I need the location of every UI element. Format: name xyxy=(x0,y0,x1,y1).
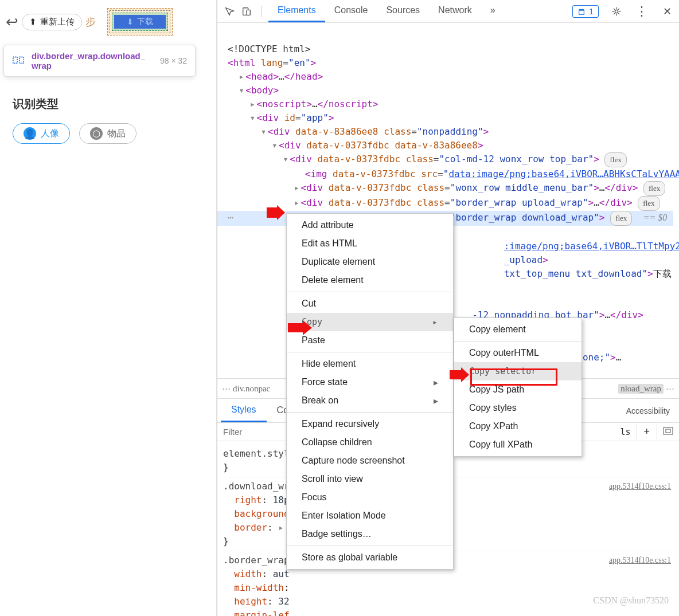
annotation-arrow-1 xyxy=(267,205,285,220)
context-submenu-copy: Copy element Copy outerHTML Copy selecto… xyxy=(454,317,582,457)
boxmodel-icon[interactable] xyxy=(657,425,679,439)
step-decor: 步 xyxy=(85,15,96,29)
menu-store-global[interactable]: Store as global variable xyxy=(287,548,453,567)
tab-elements[interactable]: Elements xyxy=(268,1,325,22)
chip-object[interactable]: ⬡ 物品 xyxy=(79,123,136,144)
tab-network[interactable]: Network xyxy=(429,1,481,22)
devtools-tabs: Elements Console Sources Network » xyxy=(268,1,505,22)
svg-rect-4 xyxy=(579,10,584,14)
reupload-label: 重新上传 xyxy=(40,17,75,28)
reupload-button[interactable]: ⬆ 重新上传 xyxy=(22,14,82,30)
subtab-accessibility[interactable]: Accessibility xyxy=(626,406,670,415)
download-label: 下载 xyxy=(137,17,153,27)
svg-rect-0 xyxy=(13,57,17,63)
annotation-highlight xyxy=(470,368,557,386)
person-icon: 👤 xyxy=(24,127,36,140)
section-title: 识别类型 xyxy=(13,96,136,112)
svg-marker-9 xyxy=(267,205,285,220)
svg-rect-1 xyxy=(19,57,24,63)
tab-sources[interactable]: Sources xyxy=(377,1,429,22)
menu-focus[interactable]: Focus xyxy=(287,488,453,507)
layers-label[interactable]: ls xyxy=(614,425,637,440)
source-link-2[interactable]: app.5314f10e.css:1 xyxy=(609,554,671,567)
issues-badge[interactable]: 1 xyxy=(572,5,599,18)
download-icon: ⬇ xyxy=(127,17,134,26)
crumb-selected[interactable]: nload_wrap xyxy=(618,384,664,394)
menu-isolation[interactable]: Enter Isolation Mode xyxy=(287,507,453,525)
menu-delete[interactable]: Delete element xyxy=(287,271,453,289)
svg-point-6 xyxy=(615,10,618,13)
menu-hide[interactable]: Hide element xyxy=(287,355,453,373)
watermark: CSDN @shun73520 xyxy=(593,595,669,606)
new-rule-button[interactable]: + xyxy=(637,423,658,440)
menu-expand[interactable]: Expand recursively xyxy=(287,415,453,433)
chip-person[interactable]: 👤 人像 xyxy=(13,123,70,144)
subtab-styles[interactable]: Styles xyxy=(221,399,267,422)
tab-console[interactable]: Console xyxy=(325,1,377,22)
recognition-type-section: 识别类型 👤 人像 ⬡ 物品 xyxy=(13,96,136,144)
menu-copy-outer[interactable]: Copy outerHTML xyxy=(454,344,582,362)
inspect-icon[interactable] xyxy=(222,4,237,19)
menu-collapse[interactable]: Collapse children xyxy=(287,433,453,452)
menu-copy-full-xpath[interactable]: Copy full XPath xyxy=(454,435,582,454)
menu-badge[interactable]: Badge settings… xyxy=(287,525,453,543)
breadcrumb-more[interactable]: ⋯ xyxy=(222,383,231,394)
menu-break-on[interactable]: Break on xyxy=(287,391,453,410)
flex-container-icon xyxy=(12,54,25,68)
boxmodel-overlay: ⬇ 下载 xyxy=(107,8,173,36)
devtools-toolbar: Elements Console Sources Network » 1 ⋮ ✕ xyxy=(217,0,679,23)
annotation-arrow-3 xyxy=(450,367,469,382)
kebab-icon[interactable]: ⋮ xyxy=(634,4,649,19)
context-menu: Add attribute Edit as HTML Duplicate ele… xyxy=(286,213,454,570)
menu-scroll[interactable]: Scroll into view xyxy=(287,470,453,488)
menu-copy-element[interactable]: Copy element xyxy=(454,320,582,339)
left-toolbar: ↩ ⬆ 重新上传 步 ⬇ 下载 xyxy=(0,0,216,41)
svg-rect-7 xyxy=(664,427,673,434)
menu-edit-html[interactable]: Edit as HTML xyxy=(287,234,453,253)
svg-marker-10 xyxy=(288,320,312,335)
menu-copy-xpath[interactable]: Copy XPath xyxy=(454,417,582,435)
gear-icon[interactable] xyxy=(609,4,624,19)
breadcrumb-more-r[interactable]: ⋯ xyxy=(666,383,674,394)
device-toggle-icon[interactable] xyxy=(239,4,254,19)
tab-more[interactable]: » xyxy=(481,1,505,22)
menu-duplicate[interactable]: Duplicate element xyxy=(287,253,453,271)
cube-icon: ⬡ xyxy=(90,127,103,140)
menu-add-attribute[interactable]: Add attribute xyxy=(287,216,453,234)
svg-marker-11 xyxy=(450,367,469,382)
svg-rect-3 xyxy=(247,10,250,15)
page-left-panel: ↩ ⬆ 重新上传 步 ⬇ 下载 div.border_wrap.download… xyxy=(0,0,217,616)
svg-rect-8 xyxy=(666,429,670,433)
menu-capture[interactable]: Capture node screenshot xyxy=(287,452,453,470)
menu-force-state[interactable]: Force state xyxy=(287,373,453,391)
source-link[interactable]: app.5314f10e.css:1 xyxy=(609,480,671,493)
element-tooltip: div.border_wrap.download_wrap 98 × 32 xyxy=(3,45,196,77)
tooltip-selector: div.border_wrap.download_wrap xyxy=(32,51,146,70)
annotation-arrow-2 xyxy=(288,320,312,335)
tooltip-dimensions: 98 × 32 xyxy=(160,56,187,65)
crumb-1[interactable]: div.nonpac xyxy=(233,384,270,394)
menu-cut[interactable]: Cut xyxy=(287,295,453,313)
upload-icon: ⬆ xyxy=(29,17,37,27)
back-icon[interactable]: ↩ xyxy=(6,13,18,31)
menu-copy-styles[interactable]: Copy styles xyxy=(454,399,582,417)
close-icon[interactable]: ✕ xyxy=(660,4,674,19)
